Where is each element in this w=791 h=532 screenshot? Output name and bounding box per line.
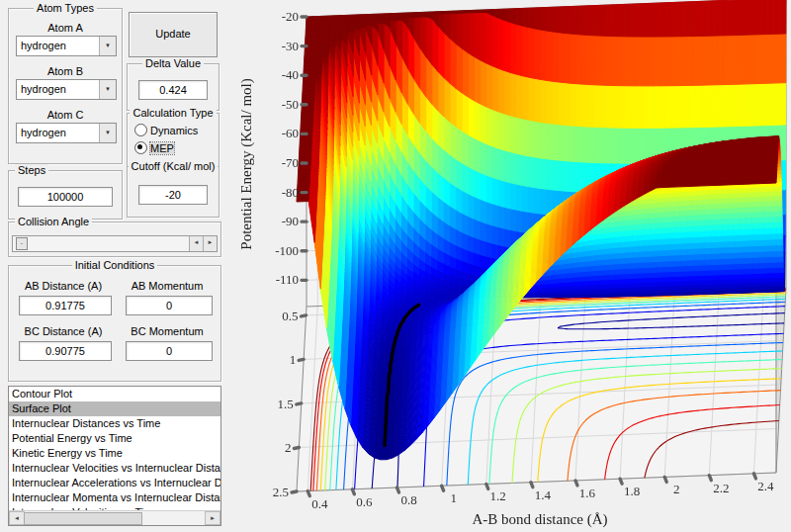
atom-b-value: hydrogen: [21, 80, 66, 99]
list-item-selected[interactable]: Surface Plot: [9, 401, 220, 416]
atom-b-select[interactable]: hydrogen ▼: [16, 79, 117, 100]
dynamics-radio-label: Dynamics: [150, 125, 198, 136]
list-item[interactable]: Potential Energy vs Time: [9, 431, 220, 446]
radio-circle-icon[interactable]: [134, 141, 147, 154]
delta-value-panel: Delta Value 0.424: [127, 63, 220, 111]
atom-a-select[interactable]: hydrogen ▼: [16, 36, 117, 56]
ab-distance-field[interactable]: 0.91775: [19, 296, 112, 315]
dynamics-radio[interactable]: Dynamics: [134, 124, 198, 137]
atom-a-value: hydrogen: [21, 37, 66, 55]
bc-distance-field[interactable]: 0.90775: [19, 341, 112, 361]
slider-thumb[interactable]: -: [16, 237, 28, 250]
calculation-type-panel: Calculation Type Dynamics MEP: [127, 113, 220, 168]
atom-c-value: hydrogen: [21, 124, 66, 142]
mep-radio-label: MEP: [150, 142, 174, 154]
list-item[interactable]: Internuclear Momenta vs Internuclear Dis…: [9, 490, 220, 505]
list-item[interactable]: Internuclear Velocities vs Internuclear …: [9, 461, 220, 476]
dropdown-arrow-icon[interactable]: ▼: [99, 37, 116, 55]
collision-angle-slider[interactable]: - ◄ ►: [12, 235, 218, 252]
delta-value-field[interactable]: 0.424: [138, 80, 208, 100]
pes-surface-plot-canvas[interactable]: [227, 0, 791, 532]
initial-conditions-panel: Initial Conditions AB Distance (A) AB Mo…: [8, 265, 221, 382]
atom-types-title: Atom Types: [34, 2, 97, 14]
ab-momentum-label: AB Momentum: [118, 280, 217, 292]
atom-a-label: Atom A: [9, 22, 122, 34]
bc-momentum-field[interactable]: 0: [126, 341, 213, 361]
bc-momentum-label: BC Momentum: [118, 325, 217, 337]
radio-circle-icon[interactable]: [134, 124, 147, 136]
ab-distance-label: AB Distance (A): [13, 280, 114, 292]
horizontal-scrollbar[interactable]: ◄ ►: [9, 510, 220, 525]
list-item[interactable]: Internuclear Distances vs Time: [9, 416, 220, 431]
dropdown-arrow-icon[interactable]: ▼: [99, 124, 116, 142]
md-simulator-window: Atom Types Atom A hydrogen ▼ Atom B hydr…: [0, 0, 791, 532]
ab-momentum-field[interactable]: 0: [126, 296, 213, 315]
update-button[interactable]: Update: [129, 12, 218, 57]
bc-distance-label: BC Distance (A): [13, 325, 114, 337]
scroll-left-icon[interactable]: ◄: [9, 511, 25, 525]
mep-radio[interactable]: MEP: [134, 141, 174, 155]
collision-angle-panel: Collision Angle - ◄ ►: [8, 222, 221, 257]
cutoff-panel: Cutoff (Kcal/ mol) -20: [127, 166, 220, 218]
atom-c-select[interactable]: hydrogen ▼: [16, 123, 117, 143]
atom-b-label: Atom B: [9, 65, 122, 77]
delta-value-title: Delta Value: [142, 57, 204, 69]
steps-title: Steps: [15, 164, 48, 176]
plot-type-listbox[interactable]: Contour Plot Surface Plot Internuclear D…: [8, 386, 221, 526]
scrollbar-thumb[interactable]: [24, 512, 142, 525]
steps-field[interactable]: 100000: [18, 187, 113, 207]
steps-panel: Steps 100000: [8, 170, 123, 220]
atom-c-label: Atom C: [9, 109, 122, 121]
slider-right-arrow-icon[interactable]: ►: [203, 236, 217, 251]
slider-left-arrow-icon[interactable]: ◄: [189, 236, 203, 251]
list-item[interactable]: Contour Plot: [9, 387, 220, 401]
list-item[interactable]: Internuclear Accelerations vs Internucle…: [9, 476, 220, 490]
dropdown-arrow-icon[interactable]: ▼: [99, 80, 116, 99]
initial-conditions-title: Initial Conditions: [72, 259, 158, 271]
list-item[interactable]: Kinetic Energy vs Time: [9, 446, 220, 461]
radio-dot-icon: [137, 144, 142, 149]
scroll-right-icon[interactable]: ►: [205, 511, 220, 525]
atom-types-panel: Atom Types Atom A hydrogen ▼ Atom B hydr…: [8, 8, 123, 164]
cutoff-field[interactable]: -20: [138, 185, 208, 205]
